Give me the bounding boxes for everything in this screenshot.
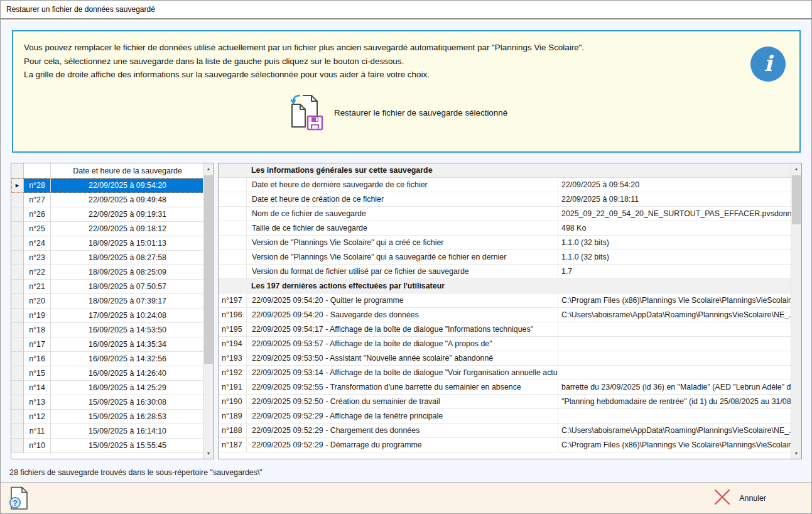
list-item[interactable]: n°21 18/09/2025 à 07:50:57 (11, 280, 214, 294)
table-row[interactable]: n°188 22/09/2025 09:52:29 - Chargement d… (219, 424, 801, 438)
table-row[interactable]: Nom de ce fichier de sauvegarde 2025_09_… (219, 207, 801, 221)
scroll-up-icon[interactable]: ▲ (791, 163, 801, 174)
table-row[interactable]: Taille de ce fichier de sauvegarde 498 K… (219, 221, 801, 236)
table-row[interactable]: n°191 22/09/2025 09:52:55 - Transformati… (219, 380, 801, 395)
list-item[interactable]: n°20 18/09/2025 à 07:39:17 (11, 294, 214, 309)
detail-label: 22/09/2025 09:53:14 - Affichage de la bo… (246, 366, 558, 380)
restore-backup-button[interactable]: Restaurer le fichier de sauvegarde sélec… (288, 93, 507, 133)
table-row[interactable]: Date et heure de dernière sauvegarde de … (219, 178, 801, 192)
backup-number: n°21 (24, 280, 51, 294)
table-row[interactable]: n°189 22/09/2025 09:52:29 - Affichage de… (219, 409, 801, 424)
backup-list-body: ► n°28 22/09/2025 à 09:54:20 n°27 22/09/… (11, 178, 214, 453)
backup-number: n°10 (24, 439, 51, 453)
footer-bar: ? Annuler (1, 483, 811, 514)
action-number: n°196 (219, 308, 246, 322)
detail-label: Version de "Plannings Vie Scolaire" qui … (246, 236, 558, 250)
detail-value: 1.1.0 (32 bits) (558, 250, 791, 265)
table-row[interactable]: Version de "Plannings Vie Scolaire" qui … (219, 250, 801, 265)
list-item[interactable]: n°12 15/09/2025 à 16:28:53 (11, 410, 214, 424)
details-scrollbar[interactable]: ▲ ▼ (791, 163, 801, 459)
scrollbar-thumb[interactable] (792, 175, 801, 224)
list-item[interactable]: n°17 16/09/2025 à 14:35:34 (11, 337, 214, 352)
detail-label: 22/09/2025 09:52:55 - Transformation d'u… (246, 380, 558, 395)
table-row[interactable]: n°193 22/09/2025 09:53:50 - Assistant "N… (219, 351, 801, 366)
info-line-1: Vous pouvez remplacer le fichier de donn… (24, 41, 584, 55)
backup-date: 22/09/2025 à 09:19:31 (51, 207, 204, 222)
row-selector-cell (11, 207, 24, 222)
row-selector-cell (11, 294, 24, 309)
backup-date: 15/09/2025 à 16:28:53 (51, 410, 204, 424)
list-item[interactable]: n°19 17/09/2025 à 10:24:08 (11, 309, 214, 323)
table-row[interactable]: n°197 22/09/2025 09:54:20 - Quitter le p… (219, 293, 801, 308)
section-title: Les 197 dernières actions effectuées par… (246, 279, 558, 293)
backup-date: 16/09/2025 à 14:26:40 (51, 366, 204, 381)
backup-date: 18/09/2025 à 07:50:57 (51, 280, 204, 294)
backup-number: n°13 (24, 395, 51, 410)
table-row[interactable]: n°195 22/09/2025 09:54:17 - Affichage de… (219, 322, 801, 337)
backup-number: n°19 (24, 309, 51, 323)
help-button[interactable]: ? (9, 486, 29, 512)
backup-number: n°16 (24, 352, 51, 366)
table-row[interactable]: n°187 22/09/2025 09:52:29 - Démarrage du… (219, 438, 801, 452)
table-row[interactable]: Date et heure de création de ce fichier … (219, 192, 801, 207)
detail-label: 22/09/2025 09:54:17 - Affichage de la bo… (246, 322, 558, 337)
row-selector-cell (11, 337, 24, 352)
row-selector-cell (11, 366, 24, 381)
table-row[interactable]: n°196 22/09/2025 09:54:20 - Sauvegarde d… (219, 308, 801, 322)
section-header-row: Les informations générales sur cette sau… (219, 163, 801, 178)
list-item[interactable]: n°22 18/09/2025 à 08:25:09 (11, 265, 214, 280)
backup-date: 16/09/2025 à 14:25:29 (51, 381, 204, 395)
list-item[interactable]: n°23 18/09/2025 à 08:27:58 (11, 251, 214, 265)
backup-date: 18/09/2025 à 08:25:09 (51, 265, 204, 280)
table-row[interactable]: Version de "Plannings Vie Scolaire" qui … (219, 236, 801, 250)
scrollbar-thumb[interactable] (204, 175, 213, 364)
list-item[interactable]: n°13 15/09/2025 à 16:30:08 (11, 395, 214, 410)
row-selector-cell (11, 309, 24, 323)
list-item[interactable]: n°10 15/09/2025 à 15:55:45 (11, 439, 214, 453)
backup-number: n°15 (24, 366, 51, 381)
action-number: n°195 (219, 322, 246, 337)
table-row[interactable]: Version du format de fichier utilisé par… (219, 265, 801, 279)
table-row[interactable]: n°192 22/09/2025 09:53:14 - Affichage de… (219, 366, 801, 380)
detail-value: 1.1.0 (32 bits) (558, 236, 791, 250)
list-item[interactable]: n°24 18/09/2025 à 15:01:13 (11, 236, 214, 251)
backup-date: 15/09/2025 à 15:55:45 (51, 439, 204, 453)
table-row[interactable]: n°190 22/09/2025 09:52:50 - Création du … (219, 395, 801, 409)
list-item[interactable]: n°26 22/09/2025 à 09:19:31 (11, 207, 214, 222)
backup-list-table: Date et heure de la sauvegarde ► n°28 22… (11, 163, 214, 459)
backup-date: 16/09/2025 à 14:53:50 (51, 323, 204, 337)
backup-details-table: Les informations générales sur cette sau… (218, 163, 802, 459)
list-item[interactable]: n°16 16/09/2025 à 14:32:56 (11, 352, 214, 366)
detail-label: 22/09/2025 09:53:57 - Affichage de la bo… (246, 337, 558, 351)
action-number: n°187 (219, 438, 246, 452)
list-item[interactable]: n°27 22/09/2025 à 09:49:48 (11, 193, 214, 207)
list-item[interactable]: ► n°28 22/09/2025 à 09:54:20 (11, 178, 214, 193)
backup-date: 16/09/2025 à 14:35:34 (51, 337, 204, 352)
list-item[interactable]: n°11 15/09/2025 à 16:14:10 (11, 424, 214, 439)
backup-date: 18/09/2025 à 15:01:13 (51, 236, 204, 251)
scroll-down-icon[interactable]: ▼ (791, 448, 801, 459)
detail-label: 22/09/2025 09:52:29 - Chargement des don… (246, 424, 558, 438)
list-item[interactable]: n°25 22/09/2025 à 09:18:12 (11, 222, 214, 236)
backup-number: n°20 (24, 294, 51, 309)
backup-number: n°27 (24, 193, 51, 207)
cancel-button[interactable]: Annuler (713, 488, 766, 508)
action-number (219, 178, 246, 192)
list-item[interactable]: n°15 16/09/2025 à 14:26:40 (11, 366, 214, 381)
detail-value: 2025_09_22_09_54_20_NE_SURTOUT_PAS_EFFAC… (558, 207, 791, 221)
list-item[interactable]: n°14 16/09/2025 à 14:25:29 (11, 381, 214, 395)
backup-list-scrollbar[interactable]: ▲ ▼ (203, 163, 214, 459)
detail-value: C:\Users\aboisrame\AppData\Roaming\Plann… (558, 424, 791, 438)
list-item[interactable]: n°18 16/09/2025 à 14:53:50 (11, 323, 214, 337)
row-selector-cell (11, 193, 24, 207)
scroll-down-icon[interactable]: ▼ (203, 448, 214, 459)
action-number: n°197 (219, 293, 246, 308)
detail-value: C:\Program Files (x86)\Plannings Vie Sco… (558, 438, 791, 452)
detail-label: 22/09/2025 09:52:29 - Démarrage du progr… (246, 438, 558, 452)
backup-list-header: Date et heure de la sauvegarde (11, 163, 214, 178)
action-number: n°192 (219, 366, 246, 380)
restore-button-label: Restaurer le fichier de sauvegarde sélec… (334, 108, 507, 118)
detail-label: 22/09/2025 09:53:50 - Assistant "Nouvell… (246, 351, 558, 366)
scroll-up-icon[interactable]: ▲ (203, 163, 214, 174)
table-row[interactable]: n°194 22/09/2025 09:53:57 - Affichage de… (219, 337, 801, 351)
